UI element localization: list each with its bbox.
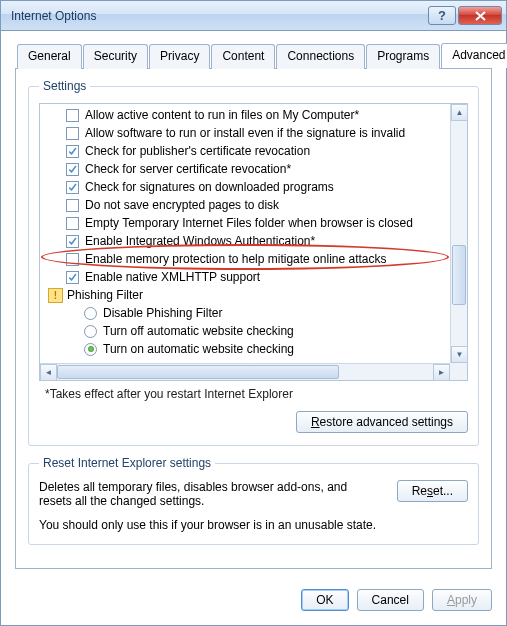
checkbox[interactable]: [66, 199, 79, 212]
settings-group: Settings Allow active content to run in …: [28, 79, 479, 446]
dialog-footer: OK Cancel Apply: [1, 579, 506, 625]
setting-row: Turn on automatic website checking: [84, 340, 450, 358]
setting-row: Enable memory protection to help mitigat…: [66, 250, 450, 268]
setting-label: Empty Temporary Internet Files folder wh…: [85, 216, 413, 230]
checkbox[interactable]: [66, 217, 79, 230]
checkbox[interactable]: [66, 271, 79, 284]
checkbox[interactable]: [66, 163, 79, 176]
checkbox[interactable]: [66, 235, 79, 248]
close-button[interactable]: [458, 6, 502, 25]
setting-row: Check for server certificate revocation*: [66, 160, 450, 178]
setting-label: Enable Integrated Windows Authentication…: [85, 234, 315, 248]
restart-note: *Takes effect after you restart Internet…: [45, 387, 468, 401]
setting-row: Allow active content to run in files on …: [66, 106, 450, 124]
group-header: !Phishing Filter: [48, 286, 450, 304]
tab-connections[interactable]: Connections: [276, 44, 365, 69]
reset-description: Deletes all temporary files, disables br…: [39, 480, 381, 508]
vertical-scrollbar[interactable]: ▲ ▼: [450, 104, 467, 363]
reset-warning: You should only use this if your browser…: [39, 518, 468, 532]
scroll-right-button[interactable]: ►: [433, 364, 450, 381]
setting-label: Check for signatures on downloaded progr…: [85, 180, 334, 194]
window-title: Internet Options: [11, 9, 426, 23]
scroll-down-button[interactable]: ▼: [451, 346, 468, 363]
titlebar[interactable]: Internet Options ?: [1, 1, 506, 31]
setting-label: Allow active content to run in files on …: [85, 108, 359, 122]
checkbox[interactable]: [66, 109, 79, 122]
vertical-scroll-thumb[interactable]: [452, 245, 466, 305]
setting-row: Enable Integrated Windows Authentication…: [66, 232, 450, 250]
scroll-corner: [450, 363, 467, 380]
radio[interactable]: [84, 325, 97, 338]
tabstrip: GeneralSecurityPrivacyContentConnections…: [15, 43, 492, 68]
setting-label: Enable memory protection to help mitigat…: [85, 252, 387, 266]
reset-button[interactable]: Reset...: [397, 480, 468, 502]
setting-row: Empty Temporary Internet Files folder wh…: [66, 214, 450, 232]
setting-row: Turn off automatic website checking: [84, 322, 450, 340]
checkbox[interactable]: [66, 145, 79, 158]
setting-row: Check for publisher's certificate revoca…: [66, 142, 450, 160]
group-label: Phishing Filter: [67, 288, 143, 302]
restore-defaults-button[interactable]: Restore advanced settings: [296, 411, 468, 433]
tab-panel: Settings Allow active content to run in …: [15, 68, 492, 569]
setting-label: Turn on automatic website checking: [103, 342, 294, 356]
horizontal-scroll-thumb[interactable]: [57, 365, 339, 379]
close-icon: [475, 11, 486, 21]
setting-label: Disable Phishing Filter: [103, 306, 222, 320]
ok-button[interactable]: OK: [301, 589, 348, 611]
setting-row: Disable Phishing Filter: [84, 304, 450, 322]
settings-legend: Settings: [39, 79, 90, 93]
settings-list: Allow active content to run in files on …: [39, 103, 468, 381]
setting-label: Enable native XMLHTTP support: [85, 270, 260, 284]
apply-button[interactable]: Apply: [432, 589, 492, 611]
checkbox[interactable]: [66, 127, 79, 140]
internet-options-window: Internet Options ? GeneralSecurityPrivac…: [0, 0, 507, 626]
reset-legend: Reset Internet Explorer settings: [39, 456, 215, 470]
setting-label: Do not save encrypted pages to disk: [85, 198, 279, 212]
setting-row: Check for signatures on downloaded progr…: [66, 178, 450, 196]
checkbox[interactable]: [66, 181, 79, 194]
radio[interactable]: [84, 343, 97, 356]
tab-programs[interactable]: Programs: [366, 44, 440, 69]
reset-group: Reset Internet Explorer settings Deletes…: [28, 456, 479, 545]
horizontal-scrollbar[interactable]: ◄ ►: [40, 363, 450, 380]
radio[interactable]: [84, 307, 97, 320]
tab-advanced[interactable]: Advanced: [441, 43, 507, 68]
tab-security[interactable]: Security: [83, 44, 148, 69]
tab-content[interactable]: Content: [211, 44, 275, 69]
tab-privacy[interactable]: Privacy: [149, 44, 210, 69]
scroll-left-button[interactable]: ◄: [40, 364, 57, 381]
checkbox[interactable]: [66, 253, 79, 266]
setting-row: Do not save encrypted pages to disk: [66, 196, 450, 214]
setting-label: Check for publisher's certificate revoca…: [85, 144, 310, 158]
help-button[interactable]: ?: [428, 6, 456, 25]
setting-row: Allow software to run or install even if…: [66, 124, 450, 142]
tab-general[interactable]: General: [17, 44, 82, 69]
setting-label: Allow software to run or install even if…: [85, 126, 405, 140]
setting-label: Turn off automatic website checking: [103, 324, 294, 338]
scroll-up-button[interactable]: ▲: [451, 104, 468, 121]
setting-row: Enable native XMLHTTP support: [66, 268, 450, 286]
setting-label: Check for server certificate revocation*: [85, 162, 291, 176]
warning-icon: !: [48, 288, 63, 303]
cancel-button[interactable]: Cancel: [357, 589, 424, 611]
